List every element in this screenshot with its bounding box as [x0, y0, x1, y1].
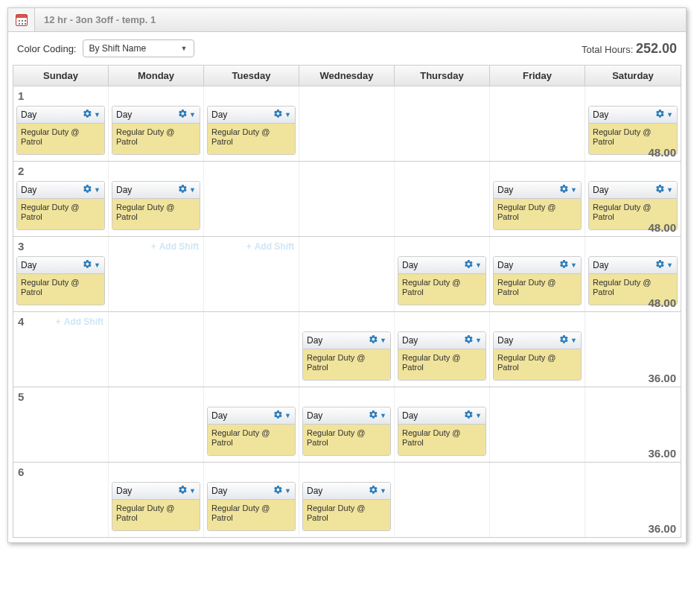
- title-icon-cell[interactable]: [8, 8, 35, 31]
- shift-card[interactable]: Day▼Regular Duty @ Patrol: [398, 331, 486, 381]
- shift-card-header: Day▼: [208, 483, 295, 500]
- shift-card-header: Day▼: [17, 182, 104, 199]
- shift-menu-button[interactable]: ▼: [464, 334, 482, 346]
- day-cell[interactable]: [395, 86, 490, 161]
- plus-icon: +: [246, 241, 252, 252]
- shift-card[interactable]: Day▼Regular Duty @ Patrol: [207, 407, 296, 456]
- shift-menu-button[interactable]: ▼: [178, 485, 196, 497]
- day-cell[interactable]: [395, 463, 490, 537]
- day-cell[interactable]: Day▼Regular Duty @ Patrol: [490, 237, 585, 311]
- day-cell[interactable]: 36.00: [585, 463, 681, 537]
- day-cell[interactable]: 2Day▼Regular Duty @ Patrol: [13, 162, 109, 236]
- day-cell[interactable]: Day▼Regular Duty @ Patrol: [490, 162, 585, 236]
- day-header: Monday: [109, 66, 204, 86]
- shift-body: Regular Duty @ Patrol: [398, 349, 486, 380]
- chevron-down-icon: ▼: [380, 412, 386, 419]
- shift-menu-button[interactable]: ▼: [559, 259, 577, 271]
- shift-card-header: Day▼: [494, 257, 581, 274]
- shift-menu-button[interactable]: ▼: [559, 334, 577, 346]
- schedule-template-panel: 12 hr - 3on 3off - temp. 1 Color Coding:…: [7, 7, 687, 543]
- shift-card[interactable]: Day▼Regular Duty @ Patrol: [302, 331, 391, 381]
- day-cell[interactable]: Day▼Regular Duty @ Patrol48.00: [585, 237, 681, 311]
- day-cell[interactable]: Day▼Regular Duty @ Patrol: [109, 86, 204, 161]
- day-cell[interactable]: 1Day▼Regular Duty @ Patrol: [13, 86, 109, 161]
- day-cell[interactable]: Day▼Regular Duty @ Patrol: [395, 387, 490, 462]
- shift-card[interactable]: Day▼Regular Duty @ Patrol: [493, 256, 582, 305]
- shift-name: Day: [497, 260, 513, 270]
- add-shift-button[interactable]: +Add Shift: [56, 317, 104, 327]
- day-cell[interactable]: Day▼Regular Duty @ Patrol: [204, 86, 299, 161]
- day-cell[interactable]: Day▼Regular Duty @ Patrol: [299, 312, 395, 387]
- day-cell[interactable]: +Add Shift: [204, 237, 299, 311]
- shift-menu-button[interactable]: ▼: [83, 184, 101, 196]
- shift-card[interactable]: Day▼Regular Duty @ Patrol: [302, 407, 391, 456]
- shift-card[interactable]: Day▼Regular Duty @ Patrol: [493, 181, 582, 230]
- day-cell[interactable]: Day▼Regular Duty @ Patrol: [204, 387, 299, 462]
- shift-menu-button[interactable]: ▼: [559, 184, 577, 196]
- shift-menu-button[interactable]: ▼: [273, 109, 291, 121]
- day-cell[interactable]: [299, 237, 395, 311]
- shift-card[interactable]: Day▼Regular Duty @ Patrol: [16, 106, 105, 155]
- day-cell[interactable]: [109, 312, 204, 387]
- day-cell[interactable]: Day▼Regular Duty @ Patrol: [299, 463, 395, 537]
- shift-menu-button[interactable]: ▼: [369, 334, 386, 346]
- add-shift-button[interactable]: +Add Shift: [246, 241, 294, 252]
- day-cell[interactable]: 6: [13, 463, 109, 537]
- shift-menu-button[interactable]: ▼: [655, 259, 673, 271]
- day-cell[interactable]: [490, 86, 585, 161]
- shift-menu-button[interactable]: ▼: [178, 109, 196, 121]
- day-cell[interactable]: Day▼Regular Duty @ Patrol48.00: [585, 162, 681, 236]
- day-cell[interactable]: 4+Add Shift: [13, 312, 109, 387]
- shift-card[interactable]: Day▼Regular Duty @ Patrol: [16, 181, 105, 230]
- day-cell[interactable]: Day▼Regular Duty @ Patrol: [395, 237, 490, 311]
- day-cell[interactable]: 36.00: [585, 312, 681, 387]
- day-cell[interactable]: 3Day▼Regular Duty @ Patrol: [13, 237, 109, 311]
- day-cell[interactable]: 5: [13, 387, 109, 462]
- day-cell[interactable]: +Add Shift: [109, 237, 204, 311]
- day-cell[interactable]: [299, 162, 395, 236]
- shift-card[interactable]: Day▼Regular Duty @ Patrol: [493, 331, 582, 381]
- color-coding-select[interactable]: By Shift Name ▼: [83, 39, 194, 57]
- chevron-down-icon: ▼: [475, 412, 482, 419]
- week-hours: 36.00: [648, 447, 676, 460]
- day-cell[interactable]: [204, 162, 299, 236]
- shift-menu-button[interactable]: ▼: [178, 184, 196, 196]
- shift-card[interactable]: Day▼Regular Duty @ Patrol: [112, 181, 200, 230]
- add-shift-button[interactable]: +Add Shift: [151, 241, 199, 252]
- day-cell[interactable]: [299, 86, 395, 161]
- shift-card[interactable]: Day▼Regular Duty @ Patrol: [16, 256, 105, 305]
- day-cell[interactable]: [204, 312, 299, 387]
- day-cell[interactable]: Day▼Regular Duty @ Patrol48.00: [585, 86, 681, 161]
- shift-menu-button[interactable]: ▼: [369, 410, 386, 422]
- day-cell[interactable]: [395, 162, 490, 236]
- shift-card[interactable]: Day▼Regular Duty @ Patrol: [302, 482, 391, 531]
- day-cell[interactable]: [490, 463, 585, 537]
- day-cell[interactable]: Day▼Regular Duty @ Patrol: [395, 312, 490, 387]
- shift-menu-button[interactable]: ▼: [273, 485, 291, 497]
- shift-card-header: Day▼: [589, 182, 677, 199]
- day-cell[interactable]: [490, 387, 585, 462]
- shift-card[interactable]: Day▼Regular Duty @ Patrol: [207, 106, 296, 155]
- day-cell[interactable]: Day▼Regular Duty @ Patrol: [299, 387, 395, 462]
- day-cell[interactable]: 36.00: [585, 387, 681, 462]
- day-cell[interactable]: Day▼Regular Duty @ Patrol: [109, 162, 204, 236]
- shift-menu-button[interactable]: ▼: [273, 410, 291, 422]
- shift-menu-button[interactable]: ▼: [83, 109, 101, 121]
- week-hours: 36.00: [648, 372, 676, 384]
- shift-menu-button[interactable]: ▼: [464, 259, 482, 271]
- shift-menu-button[interactable]: ▼: [655, 184, 673, 196]
- day-cell[interactable]: Day▼Regular Duty @ Patrol: [490, 312, 585, 387]
- week-number: 5: [18, 390, 24, 403]
- day-cell[interactable]: Day▼Regular Duty @ Patrol: [109, 463, 204, 537]
- shift-card[interactable]: Day▼Regular Duty @ Patrol: [398, 407, 486, 456]
- shift-card[interactable]: Day▼Regular Duty @ Patrol: [112, 106, 200, 155]
- shift-menu-button[interactable]: ▼: [655, 109, 673, 121]
- day-cell[interactable]: Day▼Regular Duty @ Patrol: [204, 463, 299, 537]
- shift-menu-button[interactable]: ▼: [369, 485, 386, 497]
- shift-card[interactable]: Day▼Regular Duty @ Patrol: [398, 256, 486, 305]
- shift-card[interactable]: Day▼Regular Duty @ Patrol: [112, 482, 200, 531]
- shift-card[interactable]: Day▼Regular Duty @ Patrol: [207, 482, 296, 531]
- day-cell[interactable]: [109, 387, 204, 462]
- shift-menu-button[interactable]: ▼: [464, 410, 482, 422]
- shift-menu-button[interactable]: ▼: [83, 259, 101, 271]
